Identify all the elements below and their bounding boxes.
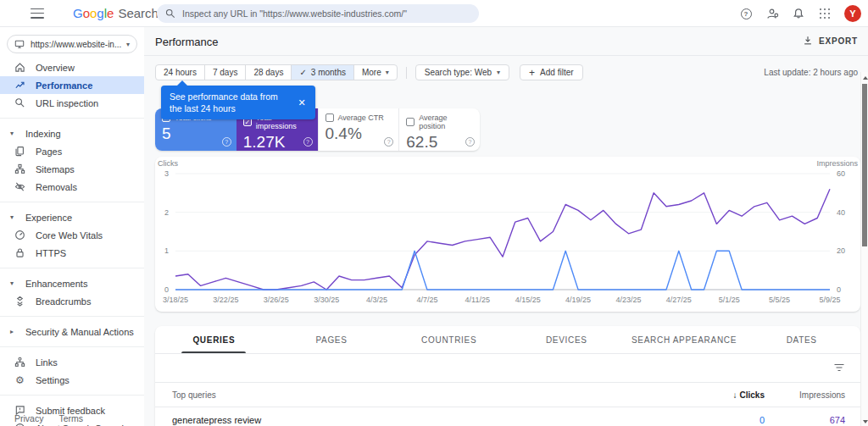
url-inspect-searchbox[interactable] <box>157 4 479 23</box>
help-icon[interactable]: ? <box>739 7 753 20</box>
help-icon[interactable]: ? <box>465 137 475 147</box>
add-filter-button[interactable]: + Add filter <box>520 64 582 80</box>
menu-icon[interactable] <box>31 8 44 19</box>
pages-icon <box>14 146 25 157</box>
sidebar-item-breadcrumbs[interactable]: Breadcrumbs <box>0 292 144 310</box>
range-7-days-button[interactable]: 7 days <box>204 65 245 80</box>
svg-text:0: 0 <box>837 285 841 294</box>
sidebar-section-security[interactable]: ▸ Security & Manual Actions <box>0 323 144 340</box>
sidebar-section-indexing[interactable]: ▾ Indexing <box>0 124 144 142</box>
tab-devices[interactable]: DEVICES <box>508 326 626 353</box>
tab-pages[interactable]: PAGES <box>273 326 391 353</box>
svg-text:5/5/25: 5/5/25 <box>769 296 790 304</box>
search-type-button[interactable]: Search type: Web ▾ <box>415 64 509 80</box>
svg-text:4/19/25: 4/19/25 <box>565 296 591 304</box>
chevron-down-icon: ▾ <box>10 130 19 137</box>
search-icon <box>14 97 25 108</box>
sidebar-item-label: Pages <box>36 147 62 157</box>
scrollbar-up-arrow[interactable] <box>861 74 868 81</box>
scrollbar-thumb[interactable] <box>862 84 867 246</box>
url-inspect-input[interactable] <box>182 8 470 19</box>
help-icon[interactable]: ? <box>303 137 313 147</box>
svg-text:3/30/25: 3/30/25 <box>314 296 339 304</box>
sidebar-item-core-web-vitals[interactable]: Core Web Vitals <box>0 226 144 244</box>
dimension-tabs: QUERIES PAGES COUNTRIES DEVICES SEARCH A… <box>155 326 860 354</box>
sidebar-section-label: Experience <box>25 213 72 223</box>
scrollbar-down-arrow[interactable] <box>861 418 868 425</box>
query-cell[interactable]: generatepress review <box>155 415 695 425</box>
tab-search-appearance[interactable]: SEARCH APPEARANCE <box>626 326 743 353</box>
manage-accounts-icon[interactable] <box>765 7 779 20</box>
range-3-months-button[interactable]: ✓ 3 months <box>291 65 353 80</box>
clicks-column-header[interactable]: ↓Clicks <box>695 390 771 400</box>
lock-icon <box>14 247 25 258</box>
average-ctr-tile[interactable]: Average CTR 0.4% ? <box>318 108 399 151</box>
table-row: generatepress review 0 674 <box>155 407 860 426</box>
tab-dates[interactable]: DATES <box>743 326 860 353</box>
range-24-hours-button[interactable]: 24 hours <box>156 65 204 80</box>
help-icon[interactable]: ? <box>222 137 231 147</box>
svg-text:3/26/25: 3/26/25 <box>264 296 289 304</box>
sidebar-item-links[interactable]: Links <box>0 353 144 371</box>
impressions-column-header[interactable]: Impressions <box>771 390 860 400</box>
svg-text:Clicks: Clicks <box>158 159 178 168</box>
sidebar-item-performance[interactable]: Performance <box>0 76 144 94</box>
chevron-down-icon: ▾ <box>497 69 500 76</box>
svg-text:4/11/25: 4/11/25 <box>465 296 490 304</box>
sidebar-item-url-inspection[interactable]: URL inspection <box>0 94 144 112</box>
sidebar-item-pages[interactable]: Pages <box>0 142 144 160</box>
terms-link[interactable]: Terms <box>58 413 83 423</box>
average-position-tile[interactable]: Average position 62.5 ? <box>398 108 480 151</box>
speedometer-icon <box>14 230 25 241</box>
range-28-days-button[interactable]: 28 days <box>245 65 291 80</box>
chevron-down-icon: ▾ <box>386 69 389 76</box>
metric-value: 62.5 <box>406 133 473 151</box>
sidebar-section-experience[interactable]: ▾ Experience <box>0 208 144 226</box>
property-label: https://www.website-in... <box>31 40 121 49</box>
sidebar-item-label: Removals <box>36 182 77 192</box>
svg-text:5/9/25: 5/9/25 <box>819 296 840 304</box>
download-icon <box>803 36 813 46</box>
sidebar-item-removals[interactable]: Removals <box>0 178 144 196</box>
notifications-icon[interactable] <box>792 7 805 20</box>
sidebar-section-label: Indexing <box>25 129 61 139</box>
range-more-button[interactable]: More ▾ <box>353 65 397 80</box>
apps-grid-icon[interactable] <box>818 7 832 20</box>
vertical-scrollbar[interactable] <box>860 72 868 426</box>
checkbox-unchecked-icon[interactable] <box>406 118 415 126</box>
close-icon[interactable]: ✕ <box>295 96 309 109</box>
performance-icon <box>14 80 25 91</box>
sidebar-section-enhancements[interactable]: ▾ Enhancements <box>0 274 144 292</box>
svg-text:3/22/25: 3/22/25 <box>213 296 238 304</box>
svg-text:4/27/25: 4/27/25 <box>666 296 692 304</box>
performance-chart[interactable]: 012302040603/18/253/22/253/26/253/30/254… <box>155 157 860 312</box>
sidebar-item-settings[interactable]: ⚙ Settings <box>0 371 144 389</box>
svg-text:60: 60 <box>837 169 845 178</box>
checkbox-unchecked-icon[interactable] <box>326 113 334 122</box>
svg-text:0: 0 <box>164 285 169 294</box>
metric-value: 1.27K <box>243 133 311 151</box>
home-icon <box>14 62 25 73</box>
tab-countries[interactable]: COUNTRIES <box>390 326 508 353</box>
impressions-cell: 674 <box>771 415 860 425</box>
top-bar: Google Search Console ? Y <box>0 0 868 27</box>
sidebar-item-overview[interactable]: Overview <box>0 58 144 76</box>
export-button[interactable]: EXPORT <box>803 36 858 46</box>
sidebar-item-sitemaps[interactable]: Sitemaps <box>0 160 144 178</box>
logo-letter: e <box>107 6 114 20</box>
clicks-cell: 0 <box>695 415 771 425</box>
filter-list-icon[interactable] <box>833 361 845 376</box>
property-selector[interactable]: https://www.website-in... ▾ <box>7 35 137 53</box>
tab-queries[interactable]: QUERIES <box>155 326 273 353</box>
help-icon[interactable]: ? <box>384 137 393 147</box>
svg-text:3: 3 <box>164 169 169 178</box>
breadcrumbs-icon <box>14 296 25 307</box>
page-title: Performance <box>155 36 218 48</box>
logo-letter: o <box>83 6 90 20</box>
sidebar-item-label: Settings <box>36 375 70 385</box>
privacy-link[interactable]: Privacy <box>14 413 43 423</box>
sidebar-item-label: Links <box>36 357 58 368</box>
top-queries-header: Top queries <box>155 390 695 400</box>
avatar[interactable]: Y <box>844 5 861 22</box>
sidebar-item-https[interactable]: HTTPS <box>0 244 144 262</box>
